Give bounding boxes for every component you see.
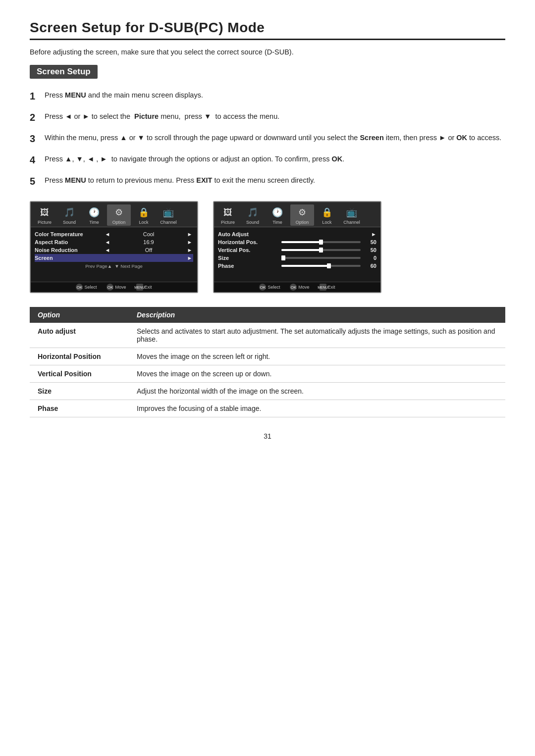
sound-label-right: Sound (246, 220, 259, 225)
ok-btn-move-left: OK (107, 284, 113, 291)
step-1: 1 Press MENU and the main menu screen di… (30, 90, 505, 104)
tv-icon-lock-left: 🔒 Lock (132, 204, 156, 226)
channel-icon-left: 📺 (160, 205, 177, 219)
table-row-phase: Phase Improves the focusing of a stable … (30, 400, 505, 417)
vert-pos-track (281, 249, 361, 251)
screen-label: Screen (35, 255, 104, 261)
tv-footer-left: OK Select OK Move MENU Exit (31, 282, 197, 292)
tv-screen-right: 🖼 Picture 🎵 Sound 🕐 Time ⚙ Option 🔒 Lock… (213, 201, 381, 293)
menu-btn-exit-left: MENU (136, 284, 143, 291)
intro-text: Before adjusting the screen, make sure t… (30, 48, 505, 56)
option-label-right: Option (296, 220, 309, 225)
vert-pos-value: 50 (365, 247, 376, 253)
lock-label-left: Lock (139, 220, 148, 225)
sound-label-left: Sound (63, 220, 76, 225)
table-row-horizontal-position: Horizontal Position Moves the image on t… (30, 348, 505, 365)
table-header-row: Option Description (30, 307, 505, 323)
menu-row-color-temp: Color Temperature ◄ Cool ► (35, 230, 193, 238)
step-5: 5 Press MENU to return to previous menu.… (30, 175, 505, 189)
horiz-pos-label: Horizontal Pos. (218, 239, 277, 245)
table-col-option: Option (30, 307, 129, 323)
exit-label-right: Exit (328, 285, 335, 290)
option-label-left: Option (112, 220, 126, 225)
footer-exit-right: MENU Exit (320, 284, 335, 291)
ok-btn-select-right: OK (259, 284, 266, 291)
option-vertical-position: Vertical Position (30, 365, 129, 383)
time-label-left: Time (89, 220, 99, 225)
footer-select-left: OK Select (76, 284, 97, 291)
tv-icons-right: 🖼 Picture 🎵 Sound 🕐 Time ⚙ Option 🔒 Lock… (214, 202, 380, 227)
size-label: Size (218, 255, 277, 261)
aspect-ratio-left-arrow: ◄ (104, 239, 111, 245)
horiz-pos-track (281, 241, 361, 243)
step-number-1: 1 (30, 89, 45, 104)
step-number-3: 3 (30, 131, 45, 147)
option-phase: Phase (30, 400, 129, 417)
move-label-right: Move (298, 285, 309, 290)
table-col-description: Description (129, 307, 505, 323)
vert-pos-thumb (319, 248, 323, 252)
channel-label-left: Channel (160, 220, 177, 225)
step-content-1: Press MENU and the main menu screen disp… (45, 90, 505, 101)
tv-icon-picture-left: 🖼 Picture (33, 204, 56, 226)
table-row-vertical-position: Vertical Position Moves the image on the… (30, 365, 505, 383)
step-content-3: Within the menu, press ▲ or ▼ to scroll … (45, 132, 505, 143)
lock-label-right: Lock (322, 220, 331, 225)
size-value: 0 (365, 255, 376, 261)
noise-reduction-right-arrow: ► (186, 247, 193, 253)
step-content-5: Press MENU to return to previous menu. P… (45, 175, 505, 186)
color-temp-value: Cool (111, 231, 186, 237)
desc-horizontal-position: Moves the image on the screen left or ri… (129, 348, 505, 365)
color-temp-label: Color Temperature (35, 231, 104, 237)
menu-row-aspect-ratio: Aspect Ratio ◄ 16:9 ► (35, 238, 193, 246)
size-thumb (281, 255, 285, 260)
tv-icons-left: 🖼 Picture 🎵 Sound 🕐 Time ⚙ Option 🔒 Lock… (31, 202, 197, 227)
tv-icon-sound-right: 🎵 Sound (241, 204, 265, 226)
sound-icon-left: 🎵 (61, 205, 78, 219)
menu-row-screen: Screen ► (35, 254, 193, 262)
footer-exit-left: MENU Exit (136, 284, 152, 291)
tv-icon-sound-left: 🎵 Sound (57, 204, 81, 226)
tv-menu-body-right: Auto Adjust ► Horizontal Pos. 50 Vertica… (214, 227, 380, 282)
noise-reduction-value: Off (111, 247, 186, 253)
color-temp-right-arrow: ► (186, 231, 193, 237)
exit-label-left: Exit (145, 285, 152, 290)
lock-icon-left: 🔒 (135, 205, 152, 219)
step-content-4: Press ▲, ▼, ◄ , ► to navigate through th… (45, 153, 505, 164)
tv-icon-time-left: 🕐 Time (82, 204, 106, 226)
option-auto-adjust: Auto adjust (30, 323, 129, 348)
desc-phase: Improves the focusing of a stable image. (129, 400, 505, 417)
table-row-auto-adjust: Auto adjust Selects and activates to sta… (30, 323, 505, 348)
menu-btn-exit-right: MENU (320, 284, 326, 291)
picture-icon-right: 🖼 (219, 205, 236, 219)
tv-icon-picture-right: 🖼 Picture (216, 204, 240, 226)
phase-value: 60 (365, 263, 376, 269)
size-track (281, 257, 361, 259)
menu-bar-size: Size 0 (218, 254, 376, 262)
menu-bar-phase: Phase 60 (218, 262, 376, 270)
steps-list: 1 Press MENU and the main menu screen di… (30, 90, 505, 189)
menu-row-noise-reduction: Noise Reduction ◄ Off ► (35, 246, 193, 254)
footer-move-left: OK Move (107, 284, 126, 291)
phase-thumb (327, 263, 331, 268)
page-number: 31 (30, 432, 505, 440)
option-icon-right: ⚙ (294, 205, 311, 219)
step-4: 4 Press ▲, ▼, ◄ , ► to navigate through … (30, 153, 505, 168)
time-label-right: Time (272, 220, 282, 225)
vert-pos-label: Vertical Pos. (218, 247, 277, 253)
option-size: Size (30, 383, 129, 400)
screen-right-arrow: ► (186, 255, 193, 261)
tv-icon-time-right: 🕐 Time (266, 204, 289, 226)
tv-icon-lock-right: 🔒 Lock (315, 204, 339, 226)
step-2: 2 Press ◄ or ► to select the Picture men… (30, 111, 505, 125)
menu-row-auto-adjust: Auto Adjust ► (218, 230, 376, 238)
tv-menu-body-left: Color Temperature ◄ Cool ► Aspect Ratio … (31, 227, 197, 282)
option-horizontal-position: Horizontal Position (30, 348, 129, 365)
noise-reduction-label: Noise Reduction (35, 247, 104, 253)
phase-label: Phase (218, 263, 277, 269)
title-divider (30, 39, 505, 40)
auto-adjust-arrow: ► (371, 231, 376, 237)
step-number-5: 5 (30, 174, 45, 189)
ok-btn-select-left: OK (76, 284, 83, 291)
option-table: Option Description Auto adjust Selects a… (30, 307, 505, 417)
